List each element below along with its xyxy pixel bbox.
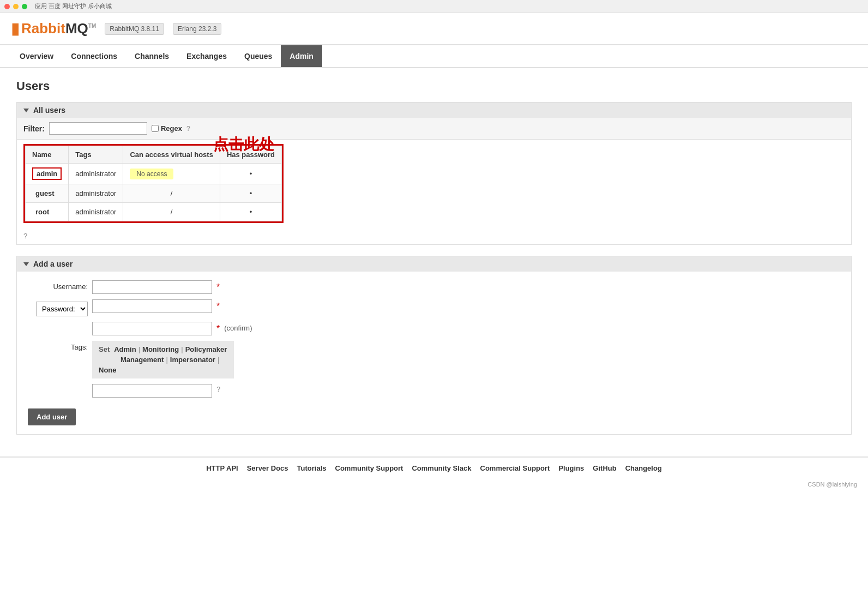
password-required: *: [216, 299, 220, 311]
regex-label: Regex: [152, 124, 182, 133]
confirm-spacer: [28, 322, 88, 324]
tag-policymaker[interactable]: Policymaker: [185, 345, 227, 353]
nav-admin[interactable]: Admin: [281, 45, 322, 67]
nav-queues[interactable]: Queues: [236, 45, 281, 67]
password-label: Password: Hash:: [28, 299, 88, 316]
users-table-wrapper: Name Tags Can access virtual hosts Has p…: [23, 144, 284, 223]
tags-label: Tags:: [28, 341, 88, 351]
browser-toolbar-text: 应用 百度 网址守护 乐小商城: [35, 2, 112, 10]
user-admin-link[interactable]: admin: [32, 167, 62, 180]
add-collapse-icon: [23, 262, 29, 266]
user-name-cell: admin: [26, 164, 69, 184]
tags-help[interactable]: ?: [216, 385, 220, 393]
logo-area: ▮ RabbitMQTM: [11, 20, 96, 38]
user-guest-link[interactable]: guest: [32, 188, 58, 199]
col-virtual-hosts: Can access virtual hosts: [123, 146, 220, 164]
nav-exchanges[interactable]: Exchanges: [178, 45, 236, 67]
tags-row: Tags: Set Admin | Monitoring | Policymak…: [28, 341, 840, 398]
filter-label: Filter:: [23, 124, 45, 133]
tag-management[interactable]: Management: [120, 356, 164, 364]
add-user-button[interactable]: Add user: [28, 408, 76, 425]
tag-none[interactable]: None: [99, 366, 117, 374]
close-dot[interactable]: [4, 4, 10, 9]
footer-community-slack[interactable]: Community Slack: [412, 464, 471, 472]
logo-rabbit: Rabbit: [21, 20, 65, 37]
table-row: admin administrator No access •: [26, 164, 282, 184]
add-user-section: Add a user Username: * Password: Hash: *: [16, 256, 852, 435]
col-tags: Tags: [69, 146, 123, 164]
password-confirm-input[interactable]: [92, 322, 212, 335]
tags-set: Set: [99, 345, 110, 353]
tags-input[interactable]: [92, 384, 212, 398]
table-help[interactable]: ?: [23, 232, 27, 240]
add-user-form: Username: * Password: Hash: * *: [17, 272, 851, 434]
password-input[interactable]: [92, 299, 212, 313]
logo-text: RabbitMQTM: [21, 20, 96, 37]
footer-community-support[interactable]: Community Support: [335, 464, 403, 472]
minimize-dot[interactable]: [13, 4, 19, 9]
user-password-cell: •: [220, 164, 281, 184]
maximize-dot[interactable]: [22, 4, 27, 9]
version-badge: RabbitMQ 3.8.11: [105, 23, 164, 35]
user-tags-cell: administrator: [69, 203, 123, 221]
user-vhosts-cell: /: [123, 203, 220, 221]
regex-checkbox[interactable]: [152, 125, 159, 132]
main-nav: Overview Connections Channels Exchanges …: [0, 45, 868, 68]
tag-monitoring[interactable]: Monitoring: [142, 345, 179, 353]
footer-changelog[interactable]: Changelog: [625, 464, 662, 472]
footer-http-api[interactable]: HTTP API: [206, 464, 238, 472]
logo-icon: ▮: [11, 20, 19, 38]
footer-server-docs[interactable]: Server Docs: [247, 464, 288, 472]
user-name-cell: guest: [26, 184, 69, 203]
browser-bar: 应用 百度 网址守护 乐小商城: [0, 0, 868, 13]
col-password: Has password: [220, 146, 281, 164]
confirm-label: (confirm): [224, 322, 252, 332]
tags-box: Set Admin | Monitoring | Policymaker Man…: [92, 341, 234, 398]
user-password-cell: •: [220, 184, 281, 203]
footer-tutorials[interactable]: Tutorials: [297, 464, 327, 472]
all-users-header[interactable]: All users: [17, 103, 851, 118]
confirm-required: *: [216, 322, 220, 334]
user-tags-cell: administrator: [69, 184, 123, 203]
erlang-badge: Erlang 23.2.3: [173, 23, 221, 35]
col-name: Name: [26, 146, 69, 164]
password-row: Password: Hash: *: [28, 299, 840, 316]
nav-channels[interactable]: Channels: [126, 45, 178, 67]
footer-github[interactable]: GitHub: [593, 464, 616, 472]
user-vhosts-cell: No access: [123, 164, 220, 184]
user-vhosts-cell: /: [123, 184, 220, 203]
nav-overview[interactable]: Overview: [11, 45, 62, 67]
username-row: Username: *: [28, 280, 840, 294]
user-name-cell: root: [26, 203, 69, 221]
filter-input[interactable]: [49, 122, 147, 135]
footer-plugins[interactable]: Plugins: [558, 464, 584, 472]
footer-commercial-support[interactable]: Commercial Support: [480, 464, 550, 472]
no-access-badge: No access: [130, 169, 173, 179]
all-users-section: All users Filter: Regex ? 点击此处 Name Tags: [16, 102, 852, 245]
logo-mq: MQ: [65, 20, 88, 37]
nav-connections[interactable]: Connections: [62, 45, 126, 67]
add-user-header[interactable]: Add a user: [17, 256, 851, 272]
logo-tm: TM: [88, 23, 96, 29]
users-table: Name Tags Can access virtual hosts Has p…: [25, 146, 282, 221]
tag-impersonator[interactable]: Impersonator: [170, 356, 215, 364]
user-root-link[interactable]: root: [32, 207, 52, 217]
table-row: guest administrator / •: [26, 184, 282, 203]
main-content: Users All users Filter: Regex ? 点击此处 N: [0, 68, 868, 456]
site-header: ▮ RabbitMQTM RabbitMQ 3.8.11 Erlang 23.2…: [0, 13, 868, 45]
filter-help[interactable]: ?: [186, 125, 190, 133]
password-confirm-row: * (confirm): [28, 322, 840, 335]
password-type-select[interactable]: Password: Hash:: [36, 302, 88, 316]
tags-options: Set Admin | Monitoring | Policymaker Man…: [92, 341, 234, 378]
username-label: Username:: [28, 280, 88, 291]
filter-row: Filter: Regex ?: [17, 118, 851, 140]
table-row: root administrator / •: [26, 203, 282, 221]
username-input[interactable]: [92, 280, 212, 294]
page-title: Users: [16, 79, 852, 93]
username-required: *: [216, 280, 220, 292]
all-users-label: All users: [33, 106, 65, 115]
user-password-cell: •: [220, 203, 281, 221]
user-tags-cell: administrator: [69, 164, 123, 184]
add-user-label: Add a user: [33, 260, 73, 268]
tag-admin[interactable]: Admin: [114, 345, 136, 353]
